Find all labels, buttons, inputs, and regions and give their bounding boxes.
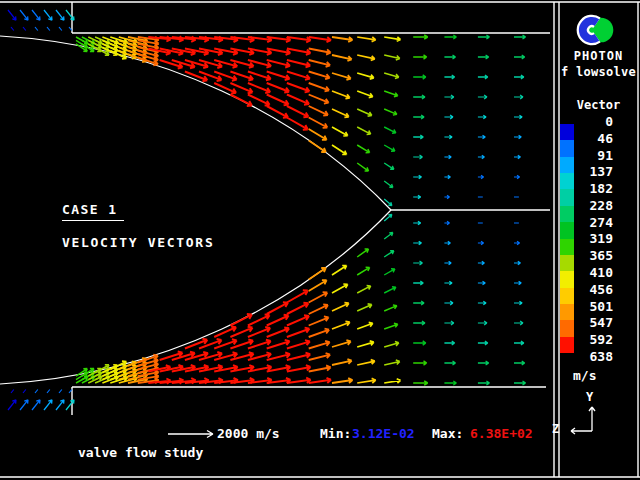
- velocity-arrow: [478, 241, 484, 244]
- legend-swatch: [560, 239, 574, 255]
- velocity-arrow: [357, 378, 376, 383]
- velocity-arrow: [287, 60, 310, 67]
- legend-swatch: [560, 157, 574, 173]
- velocity-arrow: [384, 323, 398, 329]
- velocity-arrow: [444, 261, 451, 265]
- velocity-arrow: [413, 281, 423, 285]
- velocity-arrow: [444, 341, 454, 345]
- velocity-arrow: [357, 322, 373, 329]
- legend-value: 228: [573, 199, 613, 212]
- velocity-arrow: [444, 241, 450, 244]
- velocity-arrow: [47, 390, 50, 394]
- velocity-arrow: [357, 37, 376, 42]
- velocity-arrow: [514, 321, 523, 325]
- legend-value: 638: [573, 350, 613, 363]
- velocity-arrow: [384, 251, 394, 257]
- velocity-arrow: [357, 341, 374, 347]
- velocity-arrow: [413, 241, 421, 245]
- velocity-arrow: [384, 181, 393, 188]
- app-name: PHOTON: [559, 50, 638, 62]
- velocity-arrow: [413, 155, 422, 159]
- velocity-arrow: [309, 353, 330, 360]
- velocity-arrow: [20, 400, 28, 410]
- velocity-arrow: [309, 72, 330, 80]
- velocity-arrow: [230, 314, 251, 325]
- velocity-arrow: [413, 361, 427, 365]
- velocity-arrow: [384, 305, 397, 311]
- velocity-arrow: [444, 361, 455, 365]
- velocity-arrow: [56, 10, 64, 20]
- velocity-arrow: [384, 73, 399, 78]
- velocity-arrow: [309, 37, 331, 42]
- legend-value: 365: [573, 249, 613, 262]
- velocity-arrow: [287, 353, 310, 360]
- velocity-arrow: [332, 303, 349, 311]
- velocity-arrow: [20, 10, 28, 20]
- velocity-arrow: [514, 95, 523, 99]
- case-label: CASE 1: [62, 203, 124, 216]
- velocity-arrow: [514, 115, 522, 119]
- velocity-arrow: [287, 303, 309, 314]
- velocity-arrow: [478, 135, 486, 139]
- velocity-arrow: [309, 129, 327, 140]
- velocity-arrow: [23, 27, 26, 31]
- velocity-arrow: [384, 109, 397, 115]
- legend-swatch: [560, 222, 574, 238]
- velocity-arrow: [11, 27, 14, 31]
- legend-swatch: [560, 140, 574, 156]
- axis-y-label: Y: [586, 391, 593, 403]
- legend-swatch: [560, 337, 574, 353]
- velocity-arrow: [413, 195, 421, 199]
- velocity-arrow: [309, 49, 331, 55]
- velocity-arrow: [267, 315, 289, 326]
- velocity-arrow: [357, 127, 371, 135]
- plot-title: VELOCITY VECTORS: [62, 236, 214, 249]
- photon-logo-icon: [576, 12, 618, 52]
- velocity-arrow: [47, 27, 50, 31]
- legend-swatch: [560, 173, 574, 189]
- velocity-arrow: [444, 95, 454, 99]
- velocity-arrow: [478, 35, 490, 39]
- velocity-arrow: [384, 91, 398, 97]
- velocity-arrow: [357, 73, 374, 79]
- velocity-arrow: [332, 37, 353, 42]
- legend-swatch: [560, 288, 574, 304]
- velocity-arrow: [478, 55, 489, 59]
- legend-swatch: [560, 206, 574, 222]
- max-value: 6.38E+02: [470, 427, 533, 440]
- velocity-arrow: [357, 163, 368, 171]
- velocity-arrow: [514, 175, 520, 178]
- legend-title: Vector: [559, 99, 638, 111]
- app-subtitle: f lowsolve: [559, 66, 638, 78]
- legend-value: 456: [573, 283, 613, 296]
- velocity-arrow: [35, 390, 38, 394]
- velocity-arrow: [332, 340, 351, 347]
- legend-swatch: [560, 271, 574, 287]
- legend-units: m/s: [573, 369, 596, 382]
- velocity-arrow: [309, 292, 328, 302]
- velocity-arrow: [478, 95, 487, 99]
- velocity-arrow: [444, 135, 452, 139]
- velocity-arrow: [413, 221, 421, 225]
- velocity-arrow: [332, 109, 349, 117]
- velocity-arrow: [357, 286, 371, 294]
- velocity-arrow: [287, 328, 310, 337]
- velocity-arrow: [384, 233, 393, 240]
- velocity-arrow: [444, 35, 456, 39]
- velocity-arrow: [309, 378, 331, 383]
- legend-value: 182: [573, 182, 613, 195]
- velocity-arrow: [478, 175, 484, 178]
- velocity-arrow: [309, 280, 327, 291]
- velocity-arrow: [478, 341, 488, 345]
- velocity-arrow: [514, 261, 521, 264]
- velocity-arrow: [332, 321, 350, 329]
- velocity-arrow: [413, 35, 428, 39]
- velocity-arrow: [478, 381, 490, 385]
- velocity-arrow: [478, 361, 489, 365]
- velocity-arrow: [11, 390, 14, 394]
- velocity-arrow: [66, 400, 74, 410]
- velocity-arrow: [514, 55, 525, 59]
- velocity-arrow: [309, 95, 329, 104]
- legend-value: 91: [573, 149, 613, 162]
- velocity-arrow: [413, 321, 425, 325]
